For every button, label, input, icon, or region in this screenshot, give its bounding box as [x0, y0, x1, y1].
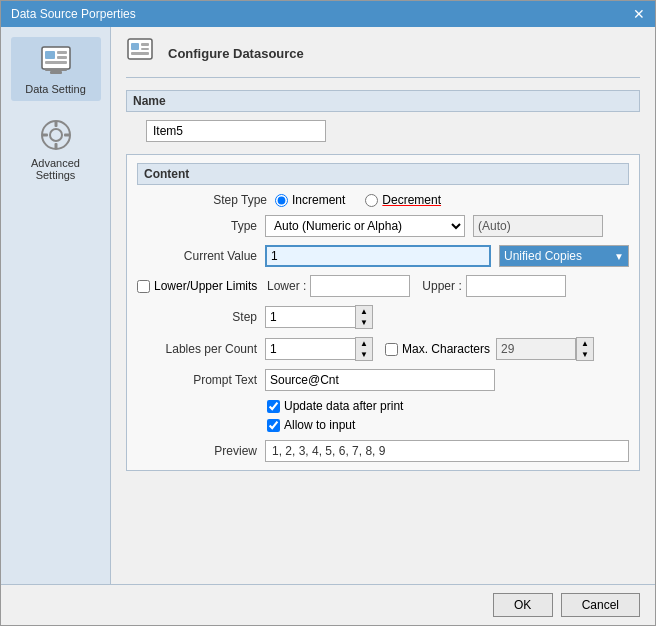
step-spin-container: ▲ ▼: [265, 305, 373, 329]
configure-header: Configure Datasource: [126, 37, 640, 78]
prompt-text-row: Prompt Text: [137, 369, 629, 391]
content-section: Content Step Type Increment Decrement: [126, 154, 640, 471]
lower-label: Lower :: [267, 279, 306, 293]
svg-rect-2: [57, 51, 67, 54]
step-type-row: Step Type Increment Decrement: [147, 193, 629, 207]
upper-label: Upper :: [422, 279, 461, 293]
allow-to-input-checkbox[interactable]: [267, 419, 280, 432]
lower-input[interactable]: [310, 275, 410, 297]
step-spin-buttons: ▲ ▼: [355, 305, 373, 329]
configure-title: Configure Datasource: [168, 46, 304, 61]
advanced-settings-icon: [38, 117, 74, 153]
close-button[interactable]: ✕: [633, 7, 645, 21]
step-type-label: Step Type: [147, 193, 267, 207]
current-value-row: ➡ Current Value Unified Copies ▼: [137, 245, 629, 267]
update-after-print-row: Update data after print: [267, 399, 629, 413]
type-select[interactable]: Auto (Numeric or Alpha): [265, 215, 465, 237]
labels-per-count-label: Lables per Count: [137, 342, 257, 356]
labels-per-count-row: ➡ Lables per Count ▲ ▼ Max. Characters: [137, 337, 629, 361]
svg-rect-10: [54, 143, 57, 149]
labels-per-count-input[interactable]: [265, 338, 355, 360]
svg-rect-14: [131, 43, 139, 50]
increment-label: Increment: [292, 193, 345, 207]
update-after-print-label[interactable]: Update data after print: [267, 399, 403, 413]
type-row: ➡ Type Auto (Numeric or Alpha): [137, 215, 629, 237]
cancel-button[interactable]: Cancel: [561, 593, 640, 617]
dialog-body: Data Setting Advanced Settings: [1, 27, 655, 584]
configure-datasource-icon: [126, 37, 158, 69]
allow-to-input-label[interactable]: Allow to input: [267, 418, 355, 432]
max-characters-input: [496, 338, 576, 360]
max-characters-checkbox[interactable]: [385, 343, 398, 356]
prompt-text-label: Prompt Text: [137, 373, 257, 387]
decrement-label: Decrement: [382, 193, 441, 207]
type-suffix-input: [473, 215, 603, 237]
upper-input[interactable]: [466, 275, 566, 297]
svg-rect-9: [54, 121, 57, 127]
allow-to-input-row: Allow to input: [267, 418, 629, 432]
dialog: Data Source Porperties ✕ Data Set: [0, 0, 656, 626]
max-characters-spin-down[interactable]: ▼: [577, 349, 593, 360]
increment-radio-label[interactable]: Increment: [275, 193, 345, 207]
svg-rect-3: [57, 56, 67, 59]
lower-upper-checkbox[interactable]: [137, 280, 150, 293]
decrement-radio-label[interactable]: Decrement: [365, 193, 441, 207]
step-row: Step ▲ ▼: [137, 305, 629, 329]
increment-radio[interactable]: [275, 194, 288, 207]
preview-value: 1, 2, 3, 4, 5, 6, 7, 8, 9: [265, 440, 629, 462]
svg-rect-17: [131, 52, 149, 55]
content-section-label: Content: [137, 163, 629, 185]
svg-rect-12: [64, 134, 70, 137]
name-section: Name: [126, 90, 640, 142]
ok-button[interactable]: OK: [493, 593, 553, 617]
step-label: Step: [137, 310, 257, 324]
svg-rect-5: [50, 71, 62, 74]
main-content: Configure Datasource Name Content Step T…: [111, 27, 655, 584]
dialog-footer: OK Cancel: [1, 584, 655, 625]
current-value-suffix-text: Unified Copies: [504, 249, 614, 263]
decrement-radio[interactable]: [365, 194, 378, 207]
svg-point-8: [50, 129, 62, 141]
update-after-print-checkbox[interactable]: [267, 400, 280, 413]
labels-per-count-spin-up[interactable]: ▲: [356, 338, 372, 349]
lower-upper-label: Lower/Upper Limits: [154, 279, 257, 293]
prompt-text-input[interactable]: [265, 369, 495, 391]
max-characters-spin-up[interactable]: ▲: [577, 338, 593, 349]
max-characters-spin-buttons: ▲ ▼: [576, 337, 594, 361]
step-input[interactable]: [265, 306, 355, 328]
step-spin-down[interactable]: ▼: [356, 317, 372, 328]
sidebar-item-advanced-settings-label: Advanced Settings: [19, 157, 93, 181]
current-value-label: Current Value: [137, 249, 257, 263]
sidebar-item-data-setting[interactable]: Data Setting: [11, 37, 101, 101]
data-setting-icon: [38, 43, 74, 79]
current-value-dropdown-arrow-icon: ▼: [614, 251, 624, 262]
svg-rect-4: [45, 61, 67, 64]
type-label: Type: [137, 219, 257, 233]
title-bar: Data Source Porperties ✕: [1, 1, 655, 27]
svg-rect-11: [42, 134, 48, 137]
allow-to-input-text: Allow to input: [284, 418, 355, 432]
current-value-suffix-dropdown[interactable]: Unified Copies ▼: [499, 245, 629, 267]
update-after-print-text: Update data after print: [284, 399, 403, 413]
lower-upper-row: Lower/Upper Limits Lower : Upper :: [137, 275, 629, 297]
labels-per-count-spin-down[interactable]: ▼: [356, 349, 372, 360]
name-section-label: Name: [126, 90, 640, 112]
step-type-radio-group: Increment Decrement: [275, 193, 441, 207]
labels-per-count-spin-buttons: ▲ ▼: [355, 337, 373, 361]
name-input[interactable]: [146, 120, 326, 142]
preview-label: Preview: [137, 444, 257, 458]
lower-upper-checkbox-label[interactable]: Lower/Upper Limits: [137, 279, 267, 293]
svg-rect-1: [45, 51, 55, 59]
sidebar: Data Setting Advanced Settings: [1, 27, 111, 584]
step-spin-up[interactable]: ▲: [356, 306, 372, 317]
svg-rect-16: [141, 48, 149, 50]
dialog-title: Data Source Porperties: [11, 7, 136, 21]
sidebar-item-advanced-settings[interactable]: Advanced Settings: [11, 111, 101, 187]
preview-row: Preview 1, 2, 3, 4, 5, 6, 7, 8, 9: [137, 440, 629, 462]
max-characters-label: Max. Characters: [402, 342, 490, 356]
max-characters-checkbox-label[interactable]: Max. Characters: [385, 342, 490, 356]
current-value-input[interactable]: [265, 245, 491, 267]
svg-rect-6: [45, 69, 67, 71]
sidebar-item-data-setting-label: Data Setting: [25, 83, 86, 95]
labels-per-count-spin-container: ▲ ▼: [265, 337, 373, 361]
